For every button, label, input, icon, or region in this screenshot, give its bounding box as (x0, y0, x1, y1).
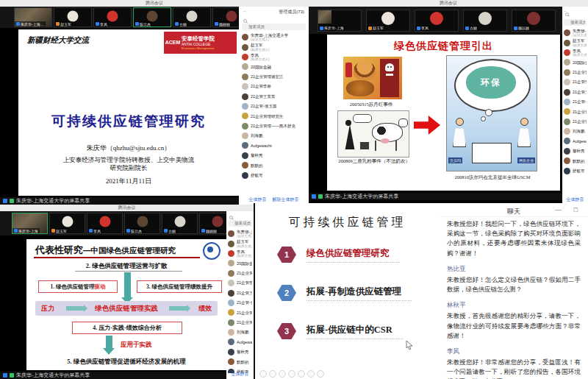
member-row[interactable]: 朱庆华-上海交通大学(会议主持人) (562, 28, 588, 38)
slide-main-title: 可持续供应链管理研究 (18, 112, 239, 131)
member-row[interactable]: 赵玉军(联席主持人) (239, 42, 309, 52)
search-input[interactable] (228, 220, 252, 227)
member-row[interactable]: 21企业管理谢宏江 (226, 269, 254, 278)
participant-thumbnail[interactable]: 陈云杰 (133, 7, 171, 27)
window-titlebar[interactable]: 腾讯会议 (0, 205, 254, 211)
member-row[interactable]: 21企管李桥 (562, 77, 588, 87)
member-name: 默默的 (237, 360, 249, 365)
member-row[interactable]: 21企管王东东 (226, 288, 254, 297)
member-row[interactable]: 21企业管理——图木舒克 (562, 117, 588, 127)
member-row[interactable]: 黎秋秀 (562, 146, 588, 156)
member-row[interactable]: 21企管李桥 (226, 278, 254, 288)
collapse-icon[interactable]: – (243, 9, 245, 13)
member-row[interactable]: 李凤(联席主持人) (562, 48, 588, 57)
member-row[interactable]: 21企管王东东 (562, 87, 588, 96)
participant-thumbnail[interactable]: 古丽 (162, 213, 198, 234)
window-titlebar[interactable]: 腾讯会议 (0, 0, 309, 7)
member-row[interactable]: 赵玉军(联席主持人) (562, 38, 588, 47)
member-avatar (228, 309, 234, 316)
avatar (212, 216, 223, 227)
member-row[interactable]: 21企业管理谢宏江 (562, 68, 588, 77)
member-row[interactable]: Aufgewacht (239, 141, 309, 150)
member-row[interactable]: 黎秋秀 (239, 151, 309, 160)
participant-thumbnail[interactable]: 李凤 (87, 213, 123, 234)
participant-thumbnail[interactable]: 朱庆华-上海 (318, 10, 362, 32)
member-row[interactable]: 舒航哥 (562, 166, 588, 175)
member-name: 赵玉军 (573, 38, 587, 43)
member-row[interactable]: Aufgewacht (226, 337, 254, 347)
toolbar-tool-button[interactable] (279, 370, 286, 378)
member-row[interactable]: Aufgewacht (562, 136, 588, 146)
participant-thumbnail[interactable]: 朱庆华-上海… (14, 7, 52, 27)
participant-thumbnail[interactable]: 朱庆华-上海 (12, 213, 48, 234)
member-avatar (242, 74, 248, 80)
member-role: (会议主持人) (251, 38, 288, 41)
member-row[interactable]: 21企业管理研究生 (226, 308, 254, 317)
mute-all-button[interactable]: 全体静音 (232, 371, 249, 378)
member-row[interactable]: 刘海鹏 (226, 327, 254, 337)
member-row[interactable]: 舒航哥 (239, 170, 309, 180)
member-row[interactable]: 默默的 (226, 357, 254, 366)
chat-message: 李凤 朱教授您好！非常感谢您的分享，受益匪浅！有一个问题请教一下，刚听了您的报告… (447, 347, 581, 379)
toolbar-tool-button[interactable] (317, 370, 324, 378)
member-row[interactable]: 21企管李桥 (239, 82, 309, 91)
member-list: 朱庆华-上海交通大学(会议主持人) 赵玉军(联席主持人) 李凤(联席主持人) 2… (562, 28, 588, 184)
member-row[interactable]: 21企管王东东 (239, 91, 309, 101)
role-badge-icon (51, 229, 55, 233)
member-row[interactable]: 黎秋秀 (226, 347, 254, 357)
person-icon (3, 373, 7, 378)
toolbar-tool-button[interactable] (269, 370, 276, 378)
window-titlebar[interactable]: 腾讯会议 (309, 0, 588, 7)
member-row[interactable]: 21企业管理研究生 (239, 111, 309, 121)
member-role: (会议主持人) (573, 33, 587, 37)
mute-all-button[interactable]: 全体静音 (249, 196, 267, 203)
member-row[interactable]: 朱庆华-上海交通大学(会议主持人) (226, 229, 254, 238)
member-name: 黎秋秀 (237, 350, 249, 355)
participant-thumbnail[interactable]: 赵玉军 (49, 213, 85, 234)
participant-thumbnail[interactable]: 陈云杰 (124, 213, 160, 234)
member-row[interactable]: 刘海鹏 (562, 127, 588, 136)
member-row[interactable]: 李凤(联席主持人) (239, 52, 309, 62)
search-input[interactable] (564, 19, 587, 26)
toolbar-tool-button[interactable] (307, 370, 315, 378)
participant-thumbnail[interactable]: 魏以丽 (512, 10, 556, 32)
member-name: 默默的 (251, 163, 263, 169)
participant-thumbnail[interactable]: 李凤 (93, 7, 132, 27)
member-row[interactable]: 20国际金融 (226, 258, 254, 268)
member-avatar (564, 99, 570, 105)
member-row[interactable]: 21企管-张玉国 (239, 102, 309, 111)
unmute-all-button[interactable]: 解除全体静音 (273, 196, 299, 203)
member-row[interactable]: 21企业管理——图木舒克 (226, 318, 254, 327)
member-row[interactable]: 21企管-张玉国 (226, 298, 254, 308)
member-row[interactable]: 21企业管理——图木舒克 (239, 121, 309, 131)
member-row[interactable]: 默默的 (239, 160, 309, 170)
member-row[interactable]: 20国际金融 (239, 62, 309, 71)
chat-message-text: 朱教授您好！非常感谢您的分享，受益匪浅！有一个问题请教一下，刚听了您的报告，各国… (447, 358, 581, 379)
burger (354, 61, 376, 80)
member-row[interactable]: 20国际金融 (562, 57, 588, 67)
participant-thumbnail[interactable]: 古丽 (463, 10, 507, 32)
member-row[interactable]: 21企业管理谢宏江 (239, 72, 309, 82)
member-row[interactable]: 默默的 (562, 156, 588, 166)
member-row[interactable]: 21企管-张玉国 (562, 97, 588, 107)
caption-sudan-red: 20050315苏丹红事件 (327, 102, 415, 108)
toolbar-tool-button[interactable] (259, 370, 267, 378)
participant-name: 李凤 (421, 26, 429, 30)
member-row[interactable]: 赵玉军(联席主持人) (226, 238, 254, 248)
grim-figure (344, 124, 356, 149)
search-input[interactable] (242, 24, 306, 30)
minimize-icon[interactable]: — (555, 206, 562, 213)
participant-thumbnail[interactable]: 赵玉军 (54, 7, 92, 27)
toolbar-tool-button[interactable] (298, 370, 305, 378)
fried-chicken (346, 80, 374, 96)
participant-thumbnail[interactable]: 古丽 (173, 7, 211, 27)
toolbar-tool-button[interactable] (288, 370, 295, 378)
mute-all-button[interactable]: 全体静音 (567, 196, 584, 203)
member-row[interactable]: 李凤(联席主持人) (226, 249, 254, 258)
member-row[interactable]: 21企业管理研究生 (562, 107, 588, 116)
maximize-icon[interactable]: □ (574, 206, 578, 213)
participant-thumbnail[interactable]: 李凤 (415, 10, 459, 32)
participant-thumbnail[interactable]: 赵玉军 (366, 10, 410, 32)
member-row[interactable]: 刘海鹏 (239, 131, 309, 141)
member-row[interactable]: 朱庆华-上海交通大学(会议主持人) (239, 32, 309, 42)
